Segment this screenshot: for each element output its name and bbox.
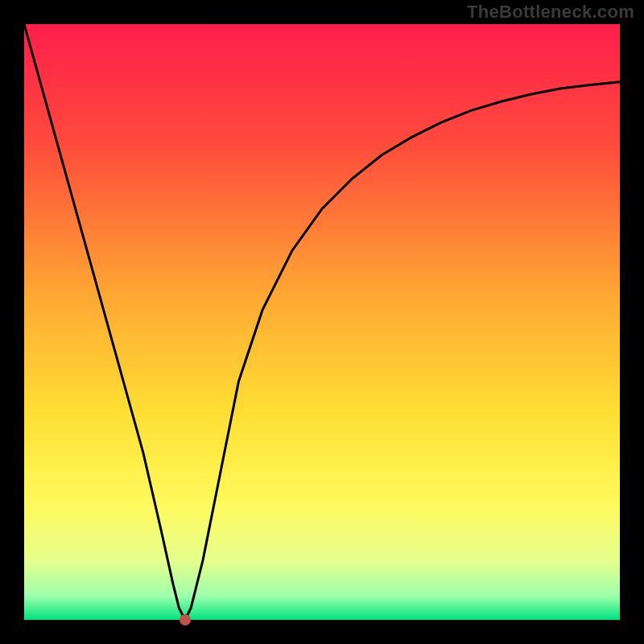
bottleneck-curve: [24, 24, 620, 620]
plot-area: [24, 24, 620, 620]
optimal-point-marker: [180, 614, 191, 625]
watermark-text: TheBottleneck.com: [467, 2, 634, 23]
curve-layer: [24, 24, 620, 620]
chart-container: TheBottleneck.com: [0, 0, 644, 644]
